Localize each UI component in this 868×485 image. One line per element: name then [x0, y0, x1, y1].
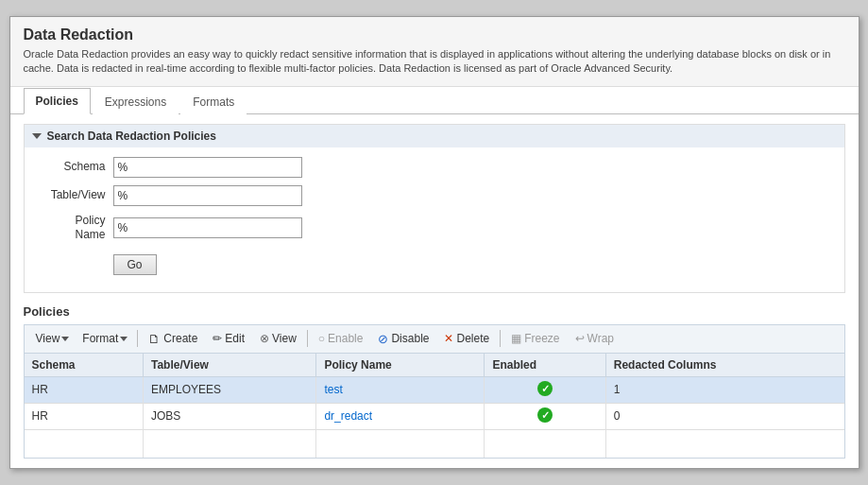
tableview-label: Table/View [38, 188, 113, 203]
col-schema: Schema [25, 354, 144, 377]
row2-redacted: 0 [605, 403, 843, 429]
col-enabled: Enabled [485, 354, 605, 377]
go-button[interactable]: Go [113, 254, 157, 275]
page-title: Data Redaction [24, 26, 845, 43]
freeze-icon [511, 332, 521, 345]
tableview-row: Table/View [38, 185, 831, 206]
main-window: Data Redaction Oracle Data Redaction pro… [9, 16, 859, 469]
view-label: View [36, 332, 60, 345]
freeze-label: Freeze [524, 332, 559, 345]
policies-table: Schema Table/View Policy Name Enabled Re… [25, 354, 844, 459]
policies-section: Policies View Format Create E [24, 304, 845, 459]
delete-label: Delete [456, 332, 489, 345]
create-label: Create [163, 332, 197, 345]
format-label: Format [82, 332, 118, 345]
collapse-icon [32, 133, 42, 139]
view-icon [260, 332, 269, 345]
delete-icon [444, 332, 453, 345]
policies-table-wrap: Schema Table/View Policy Name Enabled Re… [24, 353, 845, 459]
enable-label: Enable [328, 332, 363, 345]
row1-enabled [485, 376, 605, 403]
policyname-row: PolicyName [38, 214, 831, 243]
go-row: Go [38, 251, 831, 275]
wrap-label: Wrap [587, 332, 614, 345]
create-button[interactable]: Create [142, 329, 204, 349]
view-btn-label: View [272, 332, 297, 345]
disable-icon [378, 332, 388, 346]
search-body: Schema Table/View PolicyName Go [25, 147, 844, 292]
search-title: Search Data Redaction Policies [47, 130, 216, 143]
page-description: Oracle Data Redaction provides an easy w… [24, 47, 845, 77]
row2-policyname[interactable]: dr_redact [316, 403, 485, 429]
main-content: Search Data Redaction Policies Schema Ta… [10, 114, 859, 469]
separator-3 [500, 330, 501, 347]
col-redacted: Redacted Columns [605, 354, 843, 377]
enable-button[interactable]: Enable [312, 329, 370, 348]
tab-formats[interactable]: Formats [180, 89, 247, 114]
row1-schema: HR [25, 376, 144, 403]
enable-icon [318, 332, 325, 345]
separator-2 [307, 330, 308, 347]
row2-enabled-icon [537, 407, 553, 423]
table-row[interactable]: HR EMPLOYEES test 1 [25, 376, 844, 403]
wrap-icon [575, 332, 585, 345]
tableview-input[interactable] [113, 185, 302, 206]
row1-policy-link[interactable]: test [324, 383, 342, 396]
policies-title: Policies [24, 304, 845, 319]
policyname-label: PolicyName [38, 214, 113, 243]
disable-button[interactable]: Disable [371, 329, 435, 349]
disable-label: Disable [391, 332, 429, 345]
format-dropdown[interactable]: Format [77, 329, 133, 348]
policyname-input[interactable] [113, 217, 302, 238]
row1-redacted: 1 [605, 376, 843, 403]
row1-tableview: EMPLOYEES [143, 376, 315, 403]
schema-label: Schema [38, 160, 113, 175]
search-section: Search Data Redaction Policies Schema Ta… [24, 124, 845, 293]
view-button[interactable]: View [253, 329, 303, 348]
edit-button[interactable]: Edit [206, 329, 251, 348]
page-header: Data Redaction Oracle Data Redaction pro… [10, 17, 859, 87]
edit-label: Edit [225, 332, 245, 345]
table-row-empty [25, 429, 844, 458]
wrap-button[interactable]: Wrap [569, 329, 621, 348]
col-policyname: Policy Name [316, 354, 485, 377]
format-dropdown-arrow [120, 337, 128, 341]
delete-button[interactable]: Delete [437, 329, 496, 348]
toolbar: View Format Create Edit [24, 324, 845, 353]
tab-expressions[interactable]: Expressions [93, 89, 179, 114]
row1-enabled-icon [537, 381, 553, 396]
create-icon [148, 332, 161, 346]
tab-policies[interactable]: Policies [24, 88, 91, 114]
row2-enabled [485, 403, 605, 429]
view-dropdown[interactable]: View [30, 329, 76, 348]
col-tableview: Table/View [143, 354, 315, 377]
edit-icon [213, 332, 222, 345]
schema-row: Schema [38, 157, 831, 178]
row2-schema: HR [25, 403, 144, 429]
table-header-row: Schema Table/View Policy Name Enabled Re… [25, 354, 844, 377]
search-header[interactable]: Search Data Redaction Policies [25, 125, 844, 147]
separator-1 [137, 330, 138, 347]
view-dropdown-arrow [61, 337, 69, 341]
tabs-bar: Policies Expressions Formats [10, 87, 859, 114]
row2-tableview: JOBS [143, 403, 315, 429]
row2-policy-link[interactable]: dr_redact [324, 409, 372, 423]
freeze-button[interactable]: Freeze [504, 329, 566, 348]
table-row[interactable]: HR JOBS dr_redact 0 [25, 403, 844, 429]
row1-policyname[interactable]: test [316, 376, 485, 403]
schema-input[interactable] [113, 157, 302, 178]
